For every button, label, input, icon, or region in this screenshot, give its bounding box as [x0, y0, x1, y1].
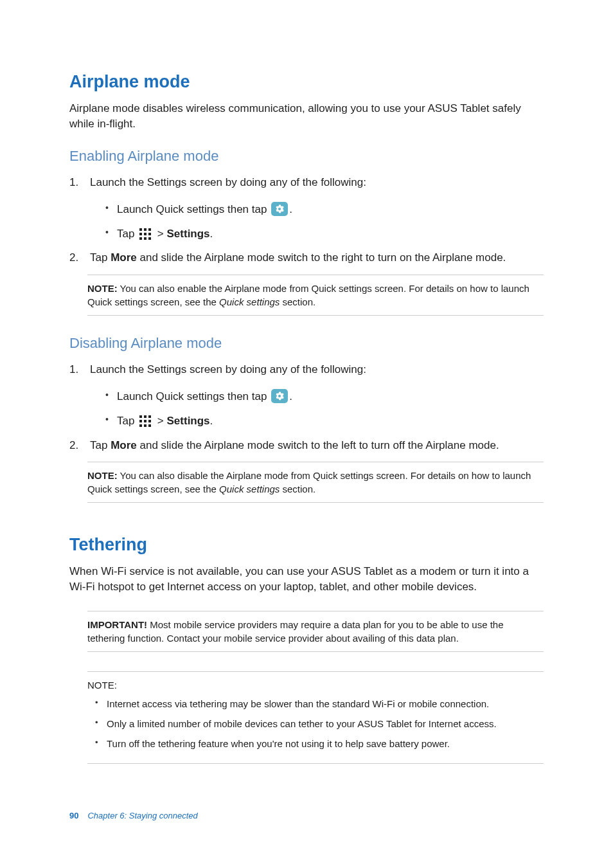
disable-step-2-bold: More — [111, 439, 137, 451]
svg-rect-6 — [139, 237, 142, 240]
svg-rect-9 — [139, 415, 142, 418]
svg-rect-15 — [139, 424, 142, 427]
enable-sub-b-mid: > — [154, 228, 166, 240]
svg-rect-17 — [148, 424, 151, 427]
page-footer: 90Chapter 6: Staying connected — [69, 811, 198, 820]
enable-step-1: Launch the Settings screen by doing any … — [69, 175, 544, 241]
svg-rect-12 — [139, 420, 142, 422]
svg-rect-7 — [144, 237, 147, 240]
svg-rect-11 — [148, 415, 151, 418]
svg-rect-1 — [144, 228, 147, 231]
enable-sub-b: Tap > Settings. — [105, 226, 544, 242]
enable-note: NOTE: You can also enable the Airplane m… — [87, 275, 544, 316]
svg-rect-4 — [144, 233, 147, 235]
enable-note-ital: Quick settings — [219, 296, 280, 307]
heading-airplane-mode: Airplane mode — [69, 72, 544, 92]
svg-rect-3 — [139, 233, 142, 235]
heading-enabling-airplane: Enabling Airplane mode — [69, 148, 544, 165]
disable-note-tail: section. — [280, 484, 315, 494]
disable-note-lead: NOTE: — [87, 470, 118, 481]
gear-icon — [271, 202, 288, 216]
disable-sub-b-tail: . — [210, 415, 213, 427]
enable-step-2-tail: and slide the Airplane mode switch to th… — [137, 251, 506, 264]
enable-sublist: Launch Quick settings then tap . Tap > S… — [90, 202, 544, 242]
enable-step-2: Tap More and slide the Airplane mode swi… — [69, 250, 544, 266]
page: Airplane mode Airplane mode disables wir… — [0, 0, 613, 868]
disable-sub-b-bold: Settings — [167, 415, 210, 427]
tethering-important: IMPORTANT! Most mobile service providers… — [87, 611, 544, 652]
disable-step-2: Tap More and slide the Airplane mode swi… — [69, 438, 544, 453]
disable-sub-a-text: Launch Quick settings then tap — [117, 390, 270, 402]
enable-sub-b-bold: Settings — [167, 228, 210, 240]
gear-icon — [271, 389, 288, 403]
chapter-name: Chapter 6: Staying connected — [87, 811, 197, 820]
svg-rect-5 — [148, 233, 151, 235]
tethering-note-lead: NOTE: — [87, 680, 117, 691]
tethering-important-body: Most mobile service providers may requir… — [87, 619, 504, 644]
disable-sub-b: Tap > Settings. — [105, 413, 544, 429]
disable-note: NOTE: You can also disable the Airplane … — [87, 462, 544, 503]
enable-note-lead: NOTE: — [87, 283, 118, 294]
disable-step-2-lead: Tap — [90, 439, 111, 451]
enable-sub-a-text: Launch Quick settings then tap — [117, 203, 270, 215]
enable-sub-b-lead: Tap — [117, 228, 138, 240]
svg-rect-2 — [148, 228, 151, 231]
enable-note-tail: section. — [280, 296, 315, 307]
disable-sub-b-lead: Tap — [117, 415, 138, 427]
enable-step-2-lead: Tap — [90, 251, 111, 264]
enable-step-1-text: Launch the Settings screen by doing any … — [90, 176, 366, 188]
enable-step-2-bold: More — [111, 251, 137, 264]
svg-rect-16 — [144, 424, 147, 427]
svg-rect-13 — [144, 420, 147, 422]
enable-steps: Launch the Settings screen by doing any … — [69, 175, 544, 266]
svg-rect-10 — [144, 415, 147, 418]
tethering-note-box: NOTE: Internet access via tethering may … — [87, 671, 544, 764]
svg-rect-0 — [139, 228, 142, 231]
tethering-intro: When Wi-Fi service is not available, you… — [69, 564, 544, 594]
tethering-note-0: Internet access via tethering may be slo… — [95, 697, 541, 710]
tethering-important-lead: IMPORTANT! — [87, 619, 147, 630]
disable-step-1-text: Launch the Settings screen by doing any … — [90, 363, 366, 375]
disable-sub-a-tail: . — [289, 390, 292, 402]
airplane-intro: Airplane mode disables wireless communic… — [69, 101, 544, 131]
disable-sublist: Launch Quick settings then tap . Tap > S… — [90, 389, 544, 429]
apps-grid-icon — [139, 228, 153, 240]
tethering-note-2: Turn off the tethering feature when you'… — [95, 737, 541, 750]
tethering-note-list: Internet access via tethering may be slo… — [87, 697, 541, 750]
disable-step-1: Launch the Settings screen by doing any … — [69, 362, 544, 428]
disable-step-2-tail: and slide the Airplane mode switch to th… — [137, 439, 499, 451]
enable-sub-a: Launch Quick settings then tap . — [105, 202, 544, 217]
enable-sub-a-tail: . — [289, 203, 292, 215]
tethering-note-1: Only a limited number of mobile devices … — [95, 717, 541, 730]
svg-rect-8 — [148, 237, 151, 240]
disable-note-ital: Quick settings — [219, 484, 280, 494]
heading-disabling-airplane: Disabling Airplane mode — [69, 335, 544, 352]
disable-sub-a: Launch Quick settings then tap . — [105, 389, 544, 404]
heading-tethering: Tethering — [69, 535, 544, 555]
enable-sub-b-tail: . — [210, 228, 213, 240]
disable-sub-b-mid: > — [154, 415, 166, 427]
svg-rect-14 — [148, 420, 151, 422]
page-number: 90 — [69, 811, 78, 820]
disable-steps: Launch the Settings screen by doing any … — [69, 362, 544, 453]
apps-grid-icon — [139, 415, 153, 427]
